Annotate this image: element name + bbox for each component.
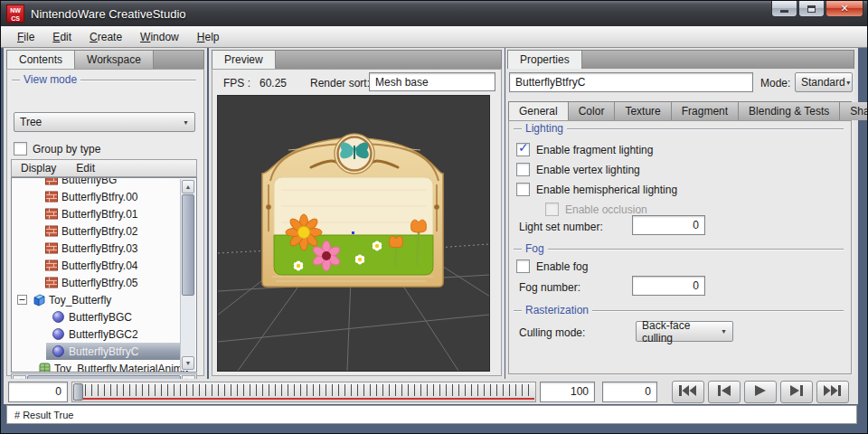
preview-panel-body: FPS : 60.25 Render sort: Mesh base — [212, 69, 502, 376]
tree-item-label: ButterflyBtfry.00 — [61, 191, 137, 203]
step-back-button[interactable] — [708, 381, 741, 403]
tree-item-butterflybtfryc[interactable]: ButterflyBtfryC — [46, 343, 180, 360]
enable-fog-checkbox[interactable]: ✓ — [516, 259, 530, 273]
menu-help[interactable]: Help — [188, 27, 229, 47]
tab-shaders[interactable]: Shaders — [840, 102, 868, 120]
timeline-range-line — [73, 398, 534, 400]
properties-panel: Properties ButterflyBtfryC Mode: Standar… — [505, 48, 858, 379]
step-forward-button[interactable] — [780, 381, 813, 403]
minimize-button[interactable] — [771, 1, 797, 17]
timeline-slider-handle[interactable] — [73, 383, 83, 401]
tree-vertical-scrollbar[interactable]: ▲ ▼ — [180, 179, 195, 371]
maximize-button[interactable] — [798, 1, 825, 17]
tree-item-label: ButterflyBtfry.03 — [61, 242, 137, 255]
play-button[interactable] — [744, 381, 777, 403]
enable-fragment-lighting-label: Enable fragment lighting — [536, 144, 653, 156]
tab-properties[interactable]: Properties — [508, 51, 582, 69]
menu-file[interactable]: File — [8, 27, 43, 47]
timeline-start-field[interactable]: 0 — [8, 382, 68, 402]
tree-item-butterflybtfry-00[interactable]: ButterflyBtfry.00 — [39, 188, 180, 205]
tab-preview[interactable]: Preview — [212, 51, 276, 69]
menu-bar: FileEditCreateWindowHelp — [1, 26, 867, 48]
mode-dropdown[interactable]: Standard ▼ — [795, 72, 853, 92]
enable-vertex-lighting-checkbox[interactable]: ✓ — [516, 163, 530, 176]
culling-mode-value: Back-face culling — [642, 319, 721, 344]
tree-item-label: ButterflyBGC — [69, 311, 132, 324]
tab-fragment[interactable]: Fragment — [672, 102, 739, 120]
general-tab-content: Lighting ✓Enable fragment lighting✓Enabl… — [508, 120, 852, 374]
view-mode-value: Tree — [20, 116, 42, 128]
fog-number-field[interactable]: 0 — [632, 276, 705, 296]
tree-item-butterflybg[interactable]: ButterflyBG — [39, 177, 180, 188]
menu-create[interactable]: Create — [80, 27, 131, 47]
scroll-down-icon[interactable]: ▼ — [182, 356, 194, 370]
fog-group-line — [514, 249, 844, 250]
logo-text-top: NW — [7, 6, 24, 14]
chevron-down-icon: ▼ — [183, 119, 189, 126]
tab-general[interactable]: General — [509, 102, 569, 120]
tree-item-toy-butterfly[interactable]: Toy_Butterfly — [12, 291, 180, 308]
material-anim-icon — [39, 363, 51, 373]
render-sort-field[interactable]: Mesh base — [369, 72, 495, 91]
timeline-ticks — [85, 384, 533, 396]
preview-tabstrip: Preview — [212, 50, 502, 69]
tree-item-butterflybtfry-02[interactable]: ButterflyBtfry.02 — [39, 222, 180, 240]
expander-icon[interactable] — [17, 295, 27, 305]
enable-hemispherical-lighting-label: Enable hemispherical lighting — [536, 184, 677, 196]
tree-item-butterflybgc[interactable]: ButterflyBGC — [46, 308, 180, 326]
enable-hemispherical-lighting-checkbox[interactable]: ✓ — [516, 183, 530, 196]
material-name-field[interactable]: ButterflyBtfryC — [509, 72, 753, 92]
tab-contents[interactable]: Contents — [7, 51, 75, 69]
contents-panel-body: View mode Tree ▼ ✓ Group by type Display… — [6, 69, 204, 376]
properties-tabstrip: Properties — [507, 50, 854, 69]
tree-item-label: ButterflyBtfryC — [69, 345, 138, 358]
preview-viewport[interactable] — [217, 95, 490, 372]
texture-icon — [44, 259, 58, 271]
timeline-slider[interactable] — [71, 382, 536, 402]
render-sort-label: Render sort: — [310, 77, 370, 90]
close-button[interactable]: ✕ — [826, 1, 863, 17]
tree-vscroll-thumb[interactable] — [182, 194, 194, 296]
menu-edit[interactable]: Edit — [43, 27, 80, 47]
material-icon — [52, 328, 65, 340]
display-menu[interactable]: Display — [12, 160, 67, 176]
timeline-end-field[interactable]: 100 — [540, 382, 595, 402]
timeline-current-field[interactable]: 0 — [602, 382, 657, 402]
tree-item-butterflybtfry-03[interactable]: ButterflyBtfry.03 — [39, 240, 180, 257]
edit-menu[interactable]: Edit — [67, 160, 106, 176]
tab-texture[interactable]: Texture — [615, 102, 671, 120]
mode-value: Standard — [801, 76, 845, 89]
lighting-group-label: Lighting — [522, 122, 567, 135]
tree-item-butterflybtfry-04[interactable]: ButterflyBtfry.04 — [39, 257, 180, 274]
tree-item-butterflybgc2[interactable]: ButterflyBGC2 — [46, 326, 180, 343]
tree-item-butterflybtfry-01[interactable]: ButterflyBtfry.01 — [39, 205, 180, 222]
view-mode-dropdown[interactable]: Tree ▼ — [14, 112, 195, 132]
culling-mode-dropdown[interactable]: Back-face culling ▼ — [636, 321, 733, 342]
skip-start-icon — [679, 385, 697, 399]
group-by-type-label: Group by type — [33, 143, 100, 156]
skip-end-icon — [824, 385, 842, 399]
window-controls: ✕ — [771, 1, 863, 17]
timeline-bar: 0 100 0 — [4, 379, 858, 404]
play-icon — [755, 385, 766, 399]
tree-item-label: ButterflyBtfry.02 — [61, 225, 137, 238]
fps-label: FPS : — [223, 77, 250, 90]
tree-item-butterflybtfry-05[interactable]: ButterflyBtfry.05 — [39, 274, 180, 291]
texture-icon — [44, 208, 58, 220]
group-by-type-checkbox[interactable]: ✓ — [14, 142, 27, 156]
rasterization-group-label: Rasterization — [522, 304, 592, 316]
enable-fragment-lighting-checkbox[interactable]: ✓ — [516, 143, 530, 156]
tree-item-toy-butterfly-materialanima[interactable]: Toy_Butterfly.MaterialAnima — [33, 360, 180, 373]
skip-start-button[interactable] — [672, 381, 704, 403]
light-set-number-label: Light set number: — [519, 221, 603, 233]
tab-color[interactable]: Color — [569, 102, 616, 120]
tab-blending-tests[interactable]: Blending & Tests — [739, 102, 840, 120]
scroll-up-icon[interactable]: ▲ — [182, 180, 194, 193]
mode-label: Mode: — [760, 77, 790, 90]
tab-workspace[interactable]: Workspace — [75, 51, 154, 69]
skip-end-button[interactable] — [816, 381, 849, 403]
tree-toolbar: Display Edit — [11, 159, 197, 177]
light-set-number-field[interactable]: 0 — [632, 215, 705, 235]
check-icon: ✓ — [518, 140, 529, 155]
menu-window[interactable]: Window — [131, 27, 188, 47]
